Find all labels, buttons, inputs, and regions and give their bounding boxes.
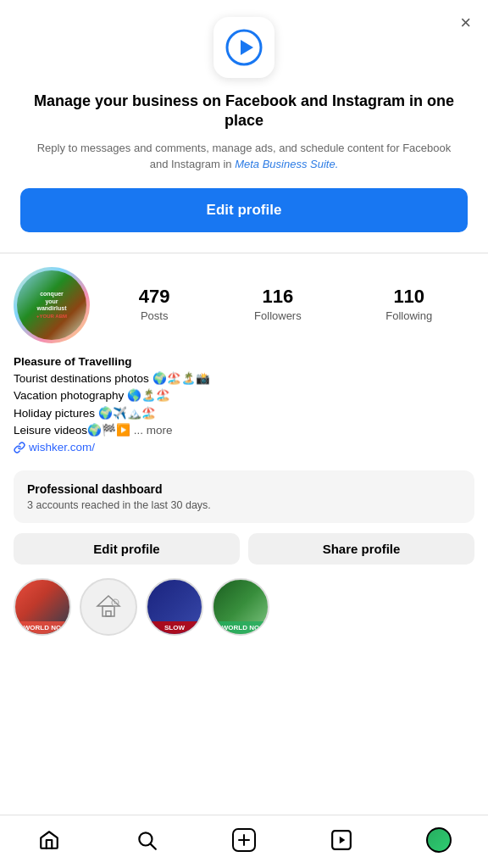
svg-marker-2 xyxy=(97,596,119,606)
avatar-image: conqueryourwandirlust +YOUR ABM xyxy=(17,270,86,340)
meta-icon xyxy=(214,17,274,78)
highlight-circle: WORLD NO xyxy=(14,578,71,636)
bio-section: Pleasure of Travelling Tourist destinati… xyxy=(0,353,488,464)
share-profile-button[interactable]: Share profile xyxy=(248,533,474,565)
modal-icon-wrap xyxy=(20,17,468,78)
meta-business-banner: × Manage your business on Facebook and I… xyxy=(0,0,488,253)
profile-top: conqueryourwandirlust +YOUR ABM 479 Post… xyxy=(14,267,474,343)
nav-search[interactable] xyxy=(125,824,169,856)
dashboard-title: Professional dashboard xyxy=(27,482,461,496)
nav-add[interactable] xyxy=(222,824,266,856)
nav-home[interactable] xyxy=(27,824,71,856)
avatar[interactable]: conqueryourwandirlust +YOUR ABM xyxy=(14,267,90,343)
cta-button[interactable]: Edit profile xyxy=(20,188,468,232)
modal-title: Manage your business on Facebook and Ins… xyxy=(20,92,468,131)
bio-line-4: Holiday pictures 🌍✈️🏔️🏖️ xyxy=(14,405,474,422)
posts-label: Posts xyxy=(141,309,169,322)
svg-marker-1 xyxy=(241,40,253,55)
highlight-item[interactable]: WORLD NO xyxy=(212,578,269,636)
bottom-nav xyxy=(0,815,488,868)
bio-line-1: Pleasure of Travelling xyxy=(14,353,474,370)
highlight-circle: WORLD NO xyxy=(212,578,269,636)
highlight-item[interactable]: SLOW xyxy=(146,578,203,636)
following-count: 110 xyxy=(393,287,424,306)
nav-reels[interactable] xyxy=(319,824,363,856)
bio-line-2: Tourist destinations photos 🌍🏖️🏝️📸 xyxy=(14,370,474,387)
modal-description: Reply to messages and comments, manage a… xyxy=(20,140,468,173)
highlight-circle xyxy=(80,578,137,636)
following-stat[interactable]: 110 Following xyxy=(385,287,432,322)
highlight-item[interactable]: WORLD NO xyxy=(14,578,71,636)
posts-count: 479 xyxy=(139,287,170,306)
stats-row: 479 Posts 116 Followers 110 Following xyxy=(97,287,474,322)
svg-point-6 xyxy=(114,602,117,604)
dashboard-subtitle: 3 accounts reached in the last 30 days. xyxy=(27,499,461,511)
bio-line-5: Leisure videos🌍🏁▶️ ... more xyxy=(14,422,474,439)
svg-line-8 xyxy=(151,844,156,849)
action-buttons: Edit profile Share profile xyxy=(14,533,474,565)
bio-link-text: wishker.com/ xyxy=(29,441,95,453)
followers-stat[interactable]: 116 Followers xyxy=(254,287,302,322)
professional-dashboard[interactable]: Professional dashboard 3 accounts reache… xyxy=(14,470,474,523)
svg-marker-13 xyxy=(340,837,346,844)
profile-section: conqueryourwandirlust +YOUR ABM 479 Post… xyxy=(0,253,488,343)
following-label: Following xyxy=(385,309,432,322)
svg-rect-4 xyxy=(106,611,111,616)
profile-avatar-nav xyxy=(426,827,452,853)
posts-stat[interactable]: 479 Posts xyxy=(139,287,170,322)
highlight-item[interactable] xyxy=(80,578,137,636)
followers-label: Followers xyxy=(254,309,302,322)
highlight-circle: SLOW xyxy=(146,578,203,636)
bio-line-3: Vacation photography 🌎🏝️🏖️ xyxy=(14,387,474,404)
highlights-row: WORLD NO SLOW WORLD NO xyxy=(0,578,488,636)
edit-profile-button[interactable]: Edit profile xyxy=(14,533,240,565)
followers-count: 116 xyxy=(263,287,294,306)
bio-link[interactable]: wishker.com/ xyxy=(14,441,474,453)
nav-profile[interactable] xyxy=(417,824,461,856)
close-button[interactable]: × xyxy=(460,14,471,32)
